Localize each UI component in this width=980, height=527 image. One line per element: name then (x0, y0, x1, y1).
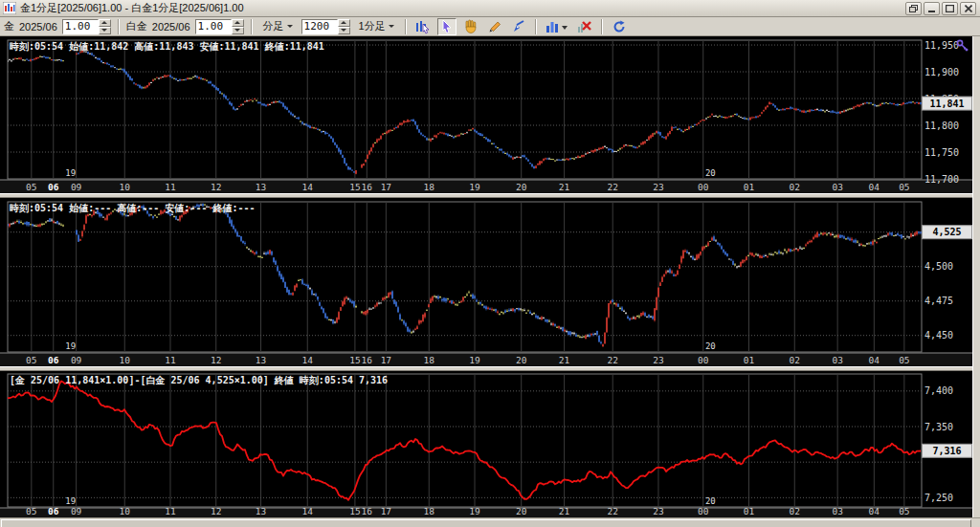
candle (378, 139, 380, 140)
gold-multiplier-spinner[interactable]: 1.00 (62, 19, 111, 34)
x-tick-label: 03 (832, 355, 842, 365)
candle (734, 114, 736, 115)
horizontal-scrollbar[interactable] (0, 517, 980, 527)
candle (734, 264, 736, 265)
candle (248, 100, 250, 101)
candle (573, 333, 575, 334)
candle (778, 110, 780, 111)
y-tick-label: 4,500 (924, 261, 953, 272)
candle (275, 101, 277, 103)
candle (602, 146, 604, 148)
interval-dropdown[interactable]: 1分足 (355, 17, 398, 35)
candle (749, 118, 751, 120)
candle (523, 155, 525, 157)
minimize-button[interactable] (924, 2, 940, 15)
candle (497, 147, 499, 148)
candle (336, 318, 338, 322)
right-splitter[interactable] (972, 36, 980, 517)
candle (215, 87, 217, 90)
candle (885, 102, 887, 103)
x-tick-label: 21 (559, 355, 570, 365)
candle (765, 255, 767, 256)
delete-study-button[interactable] (575, 18, 594, 35)
candle (554, 324, 556, 326)
candle (250, 251, 252, 252)
candle (323, 131, 324, 132)
select-arrow-button[interactable] (437, 18, 457, 35)
candle (12, 223, 14, 224)
candle (483, 306, 485, 308)
spin-down-icon[interactable] (99, 27, 111, 34)
candle (426, 138, 428, 140)
candle (166, 76, 167, 77)
candle (828, 232, 830, 233)
maximize-button[interactable] (942, 2, 958, 15)
candle (338, 148, 340, 152)
x-tick-label: 11 (165, 506, 176, 516)
spin-down-icon[interactable] (232, 27, 244, 34)
candle (309, 125, 311, 128)
candle (91, 54, 93, 55)
restore-button[interactable] (905, 2, 922, 15)
candle (91, 215, 93, 216)
platinum-multiplier-value[interactable]: 1.00 (195, 19, 232, 34)
x-tick-label: 11 (165, 355, 176, 365)
candle (539, 318, 541, 318)
scrollbar-thumb[interactable] (1, 519, 971, 527)
spin-up-icon[interactable] (232, 19, 244, 27)
candle (506, 153, 508, 155)
bar-count-value[interactable]: 1200 (301, 19, 338, 34)
candle (853, 240, 855, 242)
hand-button[interactable] (461, 18, 480, 35)
spin-down-icon[interactable] (338, 27, 350, 34)
pencil-button[interactable] (485, 18, 504, 35)
candle (719, 116, 721, 117)
candle (290, 293, 292, 294)
refresh-button[interactable] (610, 18, 629, 35)
candle (778, 252, 780, 253)
bar-count-spinner[interactable]: 1200 (301, 19, 350, 34)
candle (470, 130, 472, 131)
candle (910, 233, 912, 237)
candle (502, 152, 504, 153)
gold-multiplier-value[interactable]: 1.00 (62, 19, 99, 34)
candle (688, 126, 690, 129)
candle (889, 233, 891, 234)
candle (520, 157, 522, 158)
candle (811, 110, 813, 111)
x-tick-label: 04 (869, 355, 880, 365)
minimize-icon (928, 5, 936, 12)
candle (782, 253, 784, 253)
candle (481, 304, 483, 305)
candle (47, 57, 49, 58)
candle (26, 222, 28, 226)
candle (361, 165, 363, 167)
date-marker: 20 (705, 496, 716, 506)
platinum-multiplier-spinner[interactable]: 1.00 (195, 19, 244, 34)
bar-style-button[interactable] (544, 18, 570, 35)
spin-up-icon[interactable] (99, 19, 111, 27)
candle (416, 326, 418, 329)
candle (568, 159, 569, 161)
candle (177, 219, 179, 220)
candle (330, 319, 332, 320)
close-button[interactable] (960, 2, 976, 15)
candle (493, 310, 495, 311)
candle (604, 333, 606, 343)
candle (556, 160, 558, 161)
period-type-dropdown[interactable]: 分足 (259, 17, 297, 35)
candle (455, 136, 457, 137)
candle (723, 250, 724, 253)
gold-info-line: 時刻:05:54 始値:11,842 高値:11,843 安値:11,841 終… (10, 41, 324, 52)
candle (569, 158, 571, 159)
candle (548, 159, 550, 160)
candle (62, 225, 64, 226)
pointer-chart-button[interactable] (413, 18, 433, 35)
candle (412, 120, 414, 121)
x-tick-label: 00 (698, 182, 709, 192)
chart-canvas[interactable]: 0506091011121314151617181920212223000102… (0, 36, 980, 517)
pen-button[interactable] (509, 18, 528, 35)
candle (370, 309, 372, 310)
spin-up-icon[interactable] (338, 19, 350, 27)
x-tick-label: 16 (362, 355, 373, 365)
